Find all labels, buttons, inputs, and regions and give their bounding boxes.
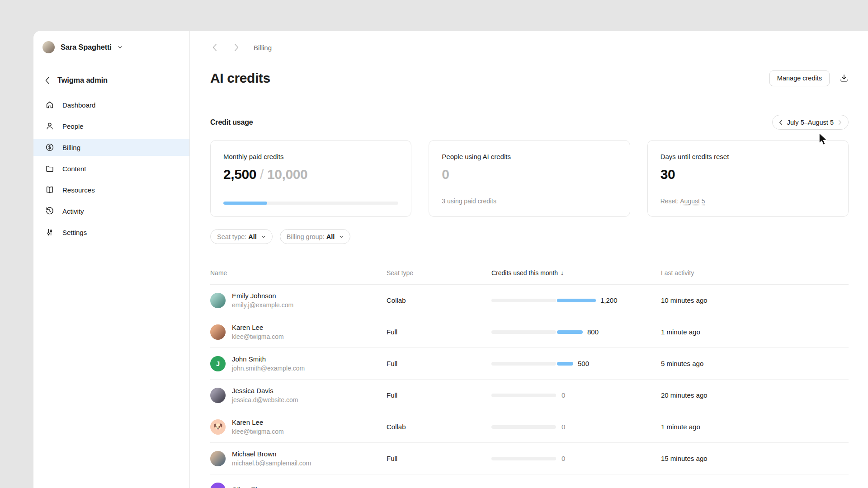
billing-group-filter[interactable]: Billing group: All [280,229,350,244]
sidebar-item-dashboard[interactable]: Dashboard [33,96,189,113]
member-avatar: J [210,356,226,371]
credits-used-cell: 1,200 [491,296,661,304]
chevron-left-icon[interactable] [779,120,783,125]
card-days-until-reset: Days until credits reset 30 Reset: Augus… [647,140,849,217]
member-avatar [210,324,226,340]
reset-date-link[interactable]: August 5 [680,197,705,205]
credits-used-cell: 0 [491,455,661,462]
member-email: michael.b@samplemail.com [232,459,311,467]
member-email: jessica.d@website.com [232,396,298,404]
sidebar-item-label: Dashboard [62,101,95,109]
credits-used-cell: 0 [491,391,661,399]
back-button[interactable] [210,43,219,52]
credits-used-value: 0 [561,423,565,431]
seat-type-filter[interactable]: Seat type: All [210,229,273,244]
download-icon[interactable] [840,74,849,83]
sidebar-item-label: Settings [62,229,87,236]
sidebar-item-settings[interactable]: Settings [33,224,189,241]
member-email: klee@twigma.com [232,427,284,436]
sidebar-item-activity[interactable]: Activity [33,202,189,220]
credits-bar-track [491,457,556,460]
credits-used-value: 500 [578,360,589,367]
card-title: People using AI credits [442,153,617,160]
breadcrumb: Billing [190,31,868,52]
credits-used-value: 2,500 [223,167,256,182]
sidebar-item-label: Activity [62,207,84,215]
member-name: Michael Brown [232,450,311,458]
table-row[interactable]: Emily Johnson emily.j@example.com Collab… [210,285,849,316]
member-name: Jessica Davis [232,386,298,395]
credits-progress-fill [223,202,267,205]
sidebar-item-resources[interactable]: Resources [33,181,189,198]
table-row[interactable]: 🐶 Karen Lee klee@twigma.com Collab 0 1 m… [210,411,849,443]
chevron-down-icon [118,45,123,50]
user-name: Sara Spaghetti [61,43,112,52]
home-icon [45,100,54,109]
seat-type-value: Full [387,328,491,336]
seat-type-value: Collab [387,296,491,304]
people-using-value: 0 [442,167,449,182]
sidebar-item-content[interactable]: Content [33,160,189,177]
chevron-down-icon [339,235,344,239]
table-row[interactable]: Michael Brown michael.b@samplemail.com F… [210,443,849,474]
column-header-name[interactable]: Name [210,269,387,277]
credits-bar-paid [557,299,596,302]
filter-label: Billing group: [287,233,325,240]
workspace-back[interactable]: Twigma admin [33,64,189,94]
table-row[interactable]: Karen Lee klee@twigma.com Full 800 1 min… [210,316,849,348]
forward-button[interactable] [232,43,241,52]
last-activity-value: 10 minutes ago [661,296,849,304]
sidebar-item-label: Billing [62,144,80,151]
table-body: Emily Johnson emily.j@example.com Collab… [210,285,849,488]
card-subtext: Reset: August 5 [660,197,835,205]
last-activity-value: 5 minutes ago [661,360,849,367]
sort-desc-icon: ↓ [561,269,564,277]
credits-total-value: 10,000 [267,167,307,182]
billing-icon [45,143,54,152]
table-header-row: Name Seat type Credits used this month↓ … [210,261,849,285]
member-avatar [210,451,226,466]
days-until-reset-value: 30 [660,167,675,182]
credits-bar-track [491,425,556,429]
sidebar-nav: DashboardPeopleBillingContentResourcesAc… [33,96,189,241]
member-email: emily.j@example.com [232,301,293,309]
table-row[interactable]: Jessica Davis jessica.d@website.com Full… [210,380,849,411]
column-header-last-activity[interactable]: Last activity [661,269,849,277]
sidebar-item-billing[interactable]: Billing [33,139,189,156]
sliders-icon [45,228,54,237]
chevron-left-icon [212,43,217,52]
last-activity-value: 15 minutes ago [661,455,849,462]
folder-icon [45,164,54,173]
member-avatar: O [210,483,226,488]
seat-type-value: Full [387,391,491,399]
chevron-right-icon[interactable] [838,120,842,125]
chevron-right-icon [234,43,239,52]
chevron-left-icon [45,77,49,84]
seat-type-value: Full [387,455,491,462]
card-subtext: 3 using paid credits [442,197,617,205]
date-range-selector[interactable]: July 5–August 5 [772,115,849,130]
card-monthly-paid-credits: Monthly paid credits 2,500 / 10,000 [210,140,411,217]
sidebar: Sara Spaghetti Twigma admin DashboardPeo… [33,31,190,488]
column-header-seat-type[interactable]: Seat type [387,269,491,277]
table-row[interactable]: O Oliver Thompson [210,474,849,488]
sidebar-item-people[interactable]: People [33,117,189,135]
chevron-down-icon [261,235,266,239]
member-name: Emily Johnson [232,291,293,300]
member-name: John Smith [232,355,305,363]
people-icon [45,122,54,131]
user-avatar [42,41,55,53]
credits-used-cell: 0 [491,423,661,431]
card-title: Monthly paid credits [223,153,398,160]
credits-bar-track [491,299,556,302]
breadcrumb-current[interactable]: Billing [254,44,272,52]
card-title: Days until credits reset [660,153,835,160]
table-row[interactable]: J John Smith john.smith@example.com Full… [210,348,849,380]
column-header-credits-used[interactable]: Credits used this month↓ [491,269,661,277]
credits-used-value: 800 [587,328,599,336]
main-content: Billing AI credits Manage credits Credit… [190,31,868,488]
account-menu[interactable]: Sara Spaghetti [33,31,189,64]
manage-credits-button[interactable]: Manage credits [769,70,830,86]
date-range-label: July 5–August 5 [787,119,834,126]
reset-label: Reset: [660,197,680,205]
